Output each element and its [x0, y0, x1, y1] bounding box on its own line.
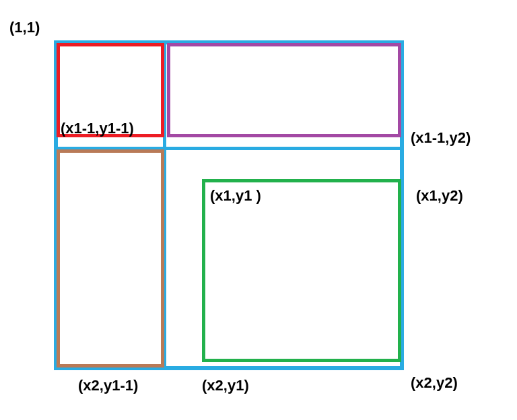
- brown-rectangle: [57, 149, 164, 368]
- label-bottom-right: (x2,y2): [411, 374, 458, 392]
- green-rectangle: [202, 179, 401, 362]
- purple-rectangle: [167, 43, 401, 137]
- label-green-left: (x1,y1 ): [210, 187, 261, 205]
- label-top-left: (1,1): [9, 19, 40, 36]
- label-brown-bottom: (x2,y1-1): [78, 377, 138, 394]
- label-green-bottom: (x2,y1): [202, 377, 249, 394]
- label-green-right-top: (x1,y2): [416, 187, 463, 205]
- label-purple-right: (x1-1,y2): [411, 129, 471, 147]
- label-red-corner: (x1-1,y1-1): [61, 120, 134, 137]
